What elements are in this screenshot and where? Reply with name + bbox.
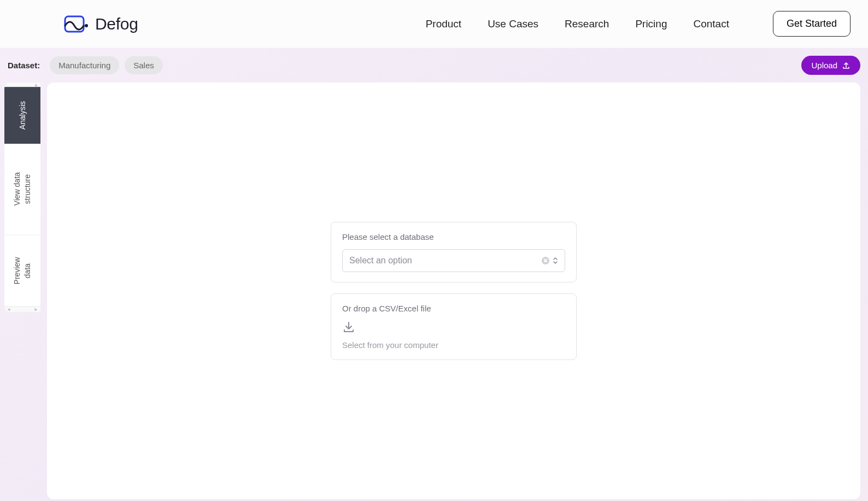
nav-use-cases[interactable]: Use Cases — [488, 18, 538, 30]
clear-selection-icon[interactable] — [542, 257, 549, 264]
side-tab-view-data-structure[interactable]: View data structure — [4, 144, 40, 235]
nav-pricing[interactable]: Pricing — [635, 18, 667, 30]
nav-research[interactable]: Research — [565, 18, 609, 30]
download-icon — [342, 321, 355, 334]
upload-button[interactable]: Upload — [801, 56, 860, 75]
database-select-icons — [542, 257, 558, 264]
file-drop-sublabel: Select from your computer — [342, 340, 565, 350]
scroll-right-icon: ► — [34, 307, 38, 312]
side-tab-preview-data[interactable]: Preview data — [4, 235, 40, 307]
file-drop-label: Or drop a CSV/Excel file — [342, 304, 565, 313]
chevron-up-down-icon — [553, 257, 558, 264]
file-drop-panel[interactable]: Or drop a CSV/Excel file Select from you… — [331, 293, 577, 360]
dataset-bar: Dataset: Manufacturing Sales Upload — [0, 48, 868, 82]
defog-logo-icon — [63, 15, 90, 33]
side-tab-scroll-up-icon[interactable]: ▲ — [4, 82, 40, 87]
nav-product[interactable]: Product — [426, 18, 461, 30]
center-stack: Please select a database Select an optio… — [331, 222, 577, 360]
database-select-label: Please select a database — [342, 232, 565, 241]
get-started-button[interactable]: Get Started — [773, 11, 851, 37]
dataset-label: Dataset: — [8, 61, 40, 70]
side-tab-scrollbar[interactable]: ◄ ► — [4, 307, 40, 312]
workspace: ▲ Analysis View data structure Preview d… — [0, 82, 868, 499]
side-tab-strip: ▲ Analysis View data structure Preview d… — [4, 82, 40, 312]
side-tab-analysis[interactable]: Analysis — [4, 87, 40, 144]
primary-nav: Product Use Cases Research Pricing Conta… — [426, 11, 851, 37]
top-navbar: Defog Product Use Cases Research Pricing… — [0, 0, 868, 48]
main-canvas: Please select a database Select an optio… — [47, 82, 860, 499]
nav-contact[interactable]: Contact — [693, 18, 729, 30]
database-select-panel: Please select a database Select an optio… — [331, 222, 577, 282]
dataset-chip-manufacturing[interactable]: Manufacturing — [50, 56, 119, 74]
database-select-placeholder: Select an option — [349, 256, 542, 266]
svg-point-1 — [85, 24, 88, 27]
dataset-chip-sales[interactable]: Sales — [125, 56, 163, 74]
database-select[interactable]: Select an option — [342, 249, 565, 272]
dataset-chip-group: Manufacturing Sales — [50, 56, 163, 74]
brand-logo[interactable]: Defog — [63, 15, 138, 33]
upload-icon — [842, 61, 851, 70]
scroll-left-icon: ◄ — [7, 307, 11, 312]
brand-name: Defog — [95, 15, 138, 33]
upload-button-label: Upload — [811, 61, 837, 70]
